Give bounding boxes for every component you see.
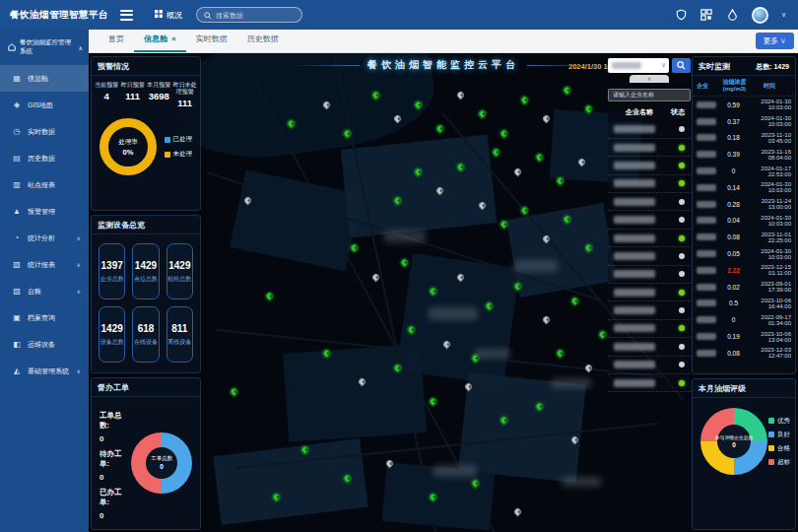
menu-toggle-icon[interactable] xyxy=(120,7,133,23)
avatar[interactable] xyxy=(752,7,768,24)
realtime-row[interactable]: 02024-01-17 22:53:00 xyxy=(693,163,795,179)
history-icon: ▤ xyxy=(12,154,22,163)
sidebar-item-history[interactable]: ▤历史数据 xyxy=(0,145,89,171)
enterprise-name-redacted xyxy=(614,270,655,278)
enterprise-row[interactable] xyxy=(608,157,691,174)
realtime-row[interactable]: 0.392023-11-16 08:04:00 xyxy=(693,146,795,163)
realtime-total: 总数: 1429 xyxy=(756,62,789,72)
enterprise-search-button[interactable] xyxy=(672,58,691,73)
map-pin[interactable] xyxy=(513,166,523,176)
enterprise-row[interactable] xyxy=(608,193,691,211)
enterprise-row[interactable] xyxy=(608,139,691,157)
map-pin[interactable] xyxy=(399,258,409,268)
realtime-row[interactable]: 0.52023-10-06 16:44:00 xyxy=(693,296,795,312)
map-pin[interactable] xyxy=(541,114,551,124)
sidebar-item-system[interactable]: ◭基础管理系统∨ xyxy=(0,358,89,384)
tab-首页[interactable]: 首页 xyxy=(99,33,134,52)
realtime-row[interactable]: 02022-09-17 01:34:00 xyxy=(693,311,795,328)
sidebar-item-device[interactable]: ◧运维设备 xyxy=(0,331,89,358)
map-pin[interactable] xyxy=(499,128,508,138)
realtime-row[interactable]: 0.082023-11-01 22:25:00 xyxy=(693,229,795,245)
legend-item[interactable]: 合格 xyxy=(768,444,790,453)
enterprise-row[interactable] xyxy=(608,121,691,139)
map-pin[interactable] xyxy=(563,86,572,96)
tab-历史数据[interactable]: 历史数据 xyxy=(237,33,289,52)
enterprise-row[interactable] xyxy=(608,211,691,229)
map-pin[interactable] xyxy=(230,387,239,397)
map-pin[interactable] xyxy=(350,243,360,253)
sidebar-item-dashboard[interactable]: ▦信息舱 xyxy=(0,65,89,92)
sidebar-item-realtime[interactable]: ◷实时数据 xyxy=(0,118,89,145)
enterprise-name-redacted xyxy=(614,343,655,351)
map-pin[interactable] xyxy=(556,349,565,359)
enterprise-row[interactable] xyxy=(608,175,691,193)
apps-icon[interactable] xyxy=(700,9,713,22)
enterprise-row[interactable] xyxy=(608,247,691,265)
realtime-row[interactable]: 0.592024-01-30 10:03:00 xyxy=(693,97,795,113)
sidebar-item-gis[interactable]: ◈GIS地图 xyxy=(0,92,89,118)
realtime-row[interactable]: 0.372024-01-30 10:03:00 xyxy=(693,113,795,130)
map-pin[interactable] xyxy=(534,153,544,163)
map-pin[interactable] xyxy=(428,396,437,406)
enterprise-row[interactable] xyxy=(608,301,691,319)
map-pin[interactable] xyxy=(265,292,275,301)
sidebar-item-archive[interactable]: ▣档案查询 xyxy=(0,304,89,331)
enterprise-row[interactable] xyxy=(608,266,691,284)
topbar-tab-overview[interactable]: 概况 xyxy=(155,10,182,21)
enterprise-row[interactable] xyxy=(608,320,691,338)
enterprise-row[interactable] xyxy=(608,284,691,301)
map-pin[interactable] xyxy=(456,90,466,100)
map-pin[interactable] xyxy=(569,296,579,305)
device-card: 1429设备总数 xyxy=(99,306,125,363)
realtime-row[interactable]: 0.022023-09-01 17:39:00 xyxy=(693,279,795,296)
tab-实时数据[interactable]: 实时数据 xyxy=(186,33,237,52)
enterprise-row[interactable] xyxy=(608,230,691,247)
legend-item[interactable]: 未处理 xyxy=(165,150,193,159)
map-pin[interactable] xyxy=(520,95,530,104)
map-pin[interactable] xyxy=(598,329,608,339)
search-input[interactable] xyxy=(216,12,295,19)
collapse-toggle[interactable]: ∧ xyxy=(630,75,669,83)
realtime-row[interactable]: 2.222023-12-15 01:11:00 xyxy=(693,262,795,279)
realtime-row[interactable]: 0.142024-01-30 10:03:00 xyxy=(693,179,795,196)
legend-swatch xyxy=(768,445,774,451)
sidebar-item-report[interactable]: ▥站点报表 xyxy=(0,171,89,198)
map-pin[interactable] xyxy=(513,506,523,516)
legend-item[interactable]: 超标 xyxy=(768,458,790,467)
sidebar-item-statement[interactable]: ▧统计报表∨ xyxy=(0,251,89,278)
map-pin[interactable] xyxy=(541,315,551,325)
enterprise-row[interactable] xyxy=(608,338,691,356)
enterprise-row[interactable] xyxy=(608,357,691,374)
enterprise-select[interactable]: ∨ xyxy=(608,58,669,73)
legend-item[interactable]: 优秀 xyxy=(768,417,790,426)
tab-信息舱[interactable]: 信息舱× xyxy=(134,33,186,52)
realtime-row[interactable]: 0.282023-11-24 13:00:00 xyxy=(693,196,795,213)
dashboard-icon: ▦ xyxy=(12,74,22,83)
map-pin[interactable] xyxy=(492,148,501,158)
sidebar-item-ledger[interactable]: ▨台账∨ xyxy=(0,278,89,304)
realtime-row[interactable]: 0.042024-01-30 10:03:00 xyxy=(693,213,795,230)
map-pin[interactable] xyxy=(584,363,594,372)
realtime-row[interactable]: 0.182023-11-10 03:45:00 xyxy=(693,130,795,147)
shield-icon[interactable] xyxy=(675,9,688,22)
flame-icon[interactable] xyxy=(726,9,739,22)
reading-time: 2023-09-01 17:39:00 xyxy=(745,281,791,293)
realtime-row[interactable]: 0.082023-12-03 12:47:00 xyxy=(693,345,795,362)
density-value: 0.08 xyxy=(722,350,745,357)
more-button[interactable]: 更多 ∨ xyxy=(756,33,794,49)
sidebar-item-alarm[interactable]: ▲预警管理 xyxy=(0,198,89,225)
density-value: 0.39 xyxy=(722,151,745,158)
close-icon[interactable]: × xyxy=(171,34,176,43)
realtime-row[interactable]: 0.192023-10-06 13:04:00 xyxy=(693,328,795,345)
enterprise-row[interactable] xyxy=(608,374,691,392)
enterprise-name-input[interactable] xyxy=(608,89,691,101)
sidebar-item-analysis[interactable]: ◔统计分析∨ xyxy=(0,225,89,251)
map-pin[interactable] xyxy=(478,109,488,119)
enterprise-name-redacted xyxy=(697,233,716,240)
chevron-down-icon[interactable]: ∨ xyxy=(781,11,786,19)
legend-item[interactable]: 良好 xyxy=(768,431,790,439)
legend-item[interactable]: 已处理 xyxy=(165,135,193,144)
realtime-row[interactable]: 0.052024-01-30 10:03:00 xyxy=(693,245,795,262)
map-pin[interactable] xyxy=(434,123,444,133)
sidebar-section-header[interactable]: 餐饮油烟监控管理系统 ∧ xyxy=(0,30,89,65)
